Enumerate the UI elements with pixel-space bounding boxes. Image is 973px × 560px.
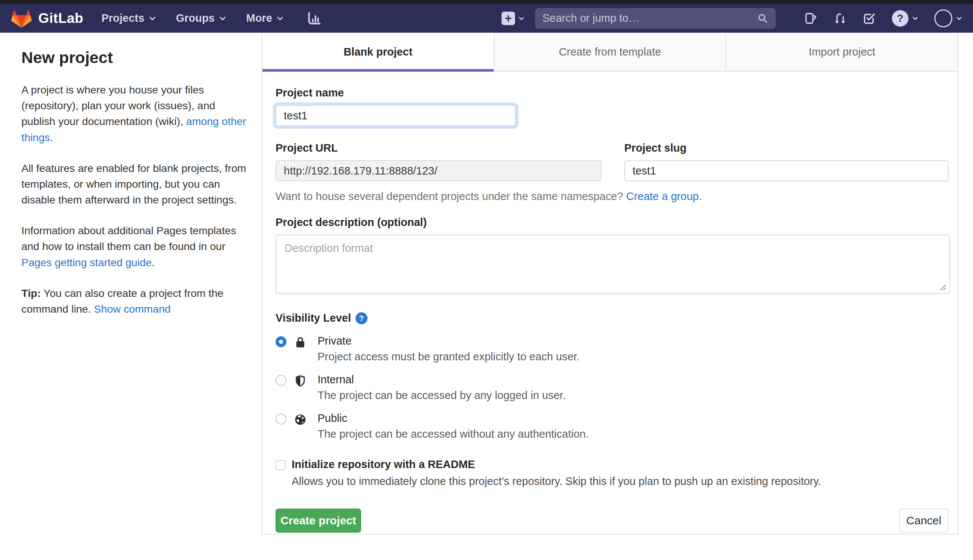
avatar <box>934 9 952 27</box>
plus-icon <box>501 12 515 25</box>
user-menu-dropdown[interactable] <box>934 9 963 27</box>
navbar: GitLab Projects Groups More <box>0 4 973 33</box>
merge-requests-icon[interactable] <box>833 12 847 25</box>
nav-groups[interactable]: Groups <box>176 12 227 24</box>
page-title: New project <box>22 48 247 67</box>
chevron-down-icon <box>218 14 227 23</box>
sidebar-paragraph: A project is where you house your files … <box>22 82 247 145</box>
gitlab-logo-icon[interactable] <box>10 8 32 28</box>
project-url-input[interactable] <box>275 160 601 181</box>
public-label: Public <box>318 412 949 425</box>
issues-icon[interactable] <box>804 12 818 25</box>
tab-create-from-template[interactable]: Create from template <box>494 33 726 71</box>
admin-charts-icon[interactable] <box>306 10 322 27</box>
public-description: The project can be accessed without any … <box>318 428 949 440</box>
show-command-link[interactable]: Show command <box>94 303 170 315</box>
project-name-label: Project name <box>275 87 949 99</box>
visibility-help-icon[interactable]: ? <box>355 312 368 324</box>
private-label: Private <box>318 335 949 347</box>
chevron-down-icon <box>148 14 157 23</box>
nav-projects[interactable]: Projects <box>102 12 156 24</box>
readme-label: Initialize repository with a README <box>292 458 475 471</box>
project-slug-input[interactable] <box>624 160 949 181</box>
private-radio[interactable] <box>275 336 287 347</box>
lock-icon <box>293 335 307 350</box>
tab-bar: Blank project Create from template Impor… <box>262 33 958 72</box>
visibility-level-label: Visibility Level <box>275 312 351 324</box>
shield-icon <box>293 373 307 388</box>
sidebar-paragraph: Tip: You can also create a project from … <box>22 285 247 317</box>
create-project-button[interactable]: Create project <box>275 508 361 533</box>
chevron-down-icon <box>276 14 284 23</box>
search-input[interactable] <box>542 12 757 24</box>
sidebar-paragraph: Information about additional Pages templ… <box>22 223 247 270</box>
project-name-input[interactable] <box>275 105 516 126</box>
sidebar: New project A project is where you house… <box>0 33 262 332</box>
project-url-label: Project URL <box>275 142 601 154</box>
new-project-form: Project name Project URL Project slug Wa… <box>262 72 958 546</box>
visibility-option-private: Private Project access must be granted e… <box>275 335 949 363</box>
new-project-panel: Blank project Create from template Impor… <box>262 33 958 535</box>
nav-more[interactable]: More <box>246 12 284 24</box>
todos-icon[interactable] <box>863 12 876 25</box>
help-icon: ? <box>892 10 908 27</box>
public-radio[interactable] <box>275 413 287 425</box>
readme-description: Allows you to immediately clone this pro… <box>292 475 949 488</box>
search-icon <box>757 13 768 24</box>
project-description-textarea[interactable] <box>275 235 950 294</box>
new-menu-dropdown[interactable] <box>501 12 525 25</box>
sidebar-paragraph: All features are enabled for blank proje… <box>22 160 247 208</box>
search-box[interactable] <box>535 8 776 28</box>
window-top-strip <box>0 0 973 4</box>
tab-import-project[interactable]: Import project <box>726 33 958 71</box>
internal-radio[interactable] <box>275 375 287 386</box>
private-description: Project access must be granted explicitl… <box>318 350 949 363</box>
visibility-option-internal: Internal The project can be accessed by … <box>275 373 949 402</box>
help-menu-dropdown[interactable]: ? <box>892 10 918 27</box>
globe-icon <box>293 412 307 427</box>
pages-guide-link[interactable]: Pages getting started guide <box>22 257 152 268</box>
brand-title[interactable]: GitLab <box>38 10 83 26</box>
tab-blank-project[interactable]: Blank project <box>262 33 494 71</box>
chevron-down-icon <box>956 15 963 22</box>
cancel-button[interactable]: Cancel <box>899 508 949 533</box>
namespace-hint: Want to house several dependent projects… <box>275 190 949 203</box>
resize-handle[interactable] <box>940 284 946 291</box>
visibility-option-public: Public The project can be accessed witho… <box>275 412 949 440</box>
create-a-group-link[interactable]: Create a group. <box>626 190 702 202</box>
readme-checkbox[interactable] <box>275 460 286 470</box>
internal-label: Internal <box>318 373 949 386</box>
chevron-down-icon <box>912 15 918 22</box>
project-description-label: Project description (optional) <box>275 216 949 228</box>
project-slug-label: Project slug <box>624 142 949 154</box>
chevron-down-icon <box>518 15 525 22</box>
internal-description: The project can be accessed by any logge… <box>318 389 949 402</box>
